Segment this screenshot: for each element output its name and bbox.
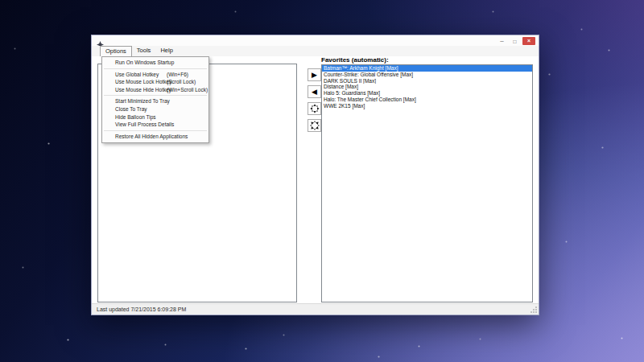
status-text: Last updated 7/21/2015 6:09:28 PM [97,306,186,312]
menu-item-label: Run On Windows Startup [115,60,174,65]
close-icon: × [527,37,530,45]
menu-separator [104,130,207,131]
menu-item-label: View Full Process Details [115,121,174,127]
favorites-item[interactable]: Halo 5: Guardians [Max] [322,90,532,97]
statusbar: Last updated 7/21/2015 6:09:28 PM [92,303,539,315]
favorites-item[interactable]: Batman™: Arkham Knight [Max] [322,65,532,72]
menu-item-use-mouse-hide-hotkey[interactable]: Use Mouse Hide Hotkey (Win+Scroll Lock) [102,86,208,94]
menu-item-shortcut: (Win+F6) [167,71,188,79]
add-to-favorites-button[interactable]: ▶ [308,68,321,81]
dotted-square-arrows-icon [310,121,320,130]
menu-item-use-global-hotkey[interactable]: Use Global Hotkey (Win+F6) [102,71,208,79]
menu-separator [104,68,207,69]
favorites-item[interactable]: Halo: The Master Chief Collection [Max] [322,97,532,103]
favorites-item[interactable]: Distance [Max] [322,84,532,90]
remove-from-favorites-button[interactable]: ◀ [308,85,321,98]
left-triangle-icon: ◀ [312,88,317,96]
menu-item-label: Restore All Hidden Applications [115,134,188,139]
desktop: – □ × Options Tools Help ▶ [0,0,644,362]
minimize-icon: – [500,39,503,43]
menu-item-use-mouse-lock-hotkey[interactable]: Use Mouse Lock Hotkey (Scroll Lock) [102,78,208,86]
content-area: ▶ ◀ [92,56,539,304]
app-window: – □ × Options Tools Help ▶ [91,35,539,315]
menu-item-start-minimized-to-tray[interactable]: Start Minimized To Tray [102,97,208,105]
menu-item-run-on-windows-startup[interactable]: Run On Windows Startup [102,59,208,67]
dotted-circle-arrows-icon [310,104,320,113]
desktop-stars [0,0,1,1]
favorites-item[interactable]: Counter-Strike: Global Offensive [Max] [322,72,532,78]
menu-item-shortcut: (Win+Scroll Lock) [167,86,208,94]
menu-item-hide-balloon-tips[interactable]: Hide Balloon Tips [102,113,208,121]
favorites-label: Favorites (automatic): [321,56,389,64]
titlebar[interactable]: – □ × [92,35,539,46]
menu-tools[interactable]: Tools [132,46,156,56]
menu-item-label: Use Global Hotkey [115,72,159,77]
maximize-button[interactable]: □ [510,38,520,45]
menu-item-label: Use Mouse Hide Hotkey [115,87,171,93]
borderless-gaming-icon [97,37,104,44]
mouse-hide-button[interactable] [308,119,321,132]
right-triangle-icon: ▶ [312,71,317,79]
menu-item-close-to-tray[interactable]: Close To Tray [102,105,208,113]
options-menu-dropdown: Run On Windows Startup Use Global Hotkey… [101,56,209,143]
menu-item-shortcut: (Scroll Lock) [167,78,196,86]
resize-grip[interactable] [530,306,538,314]
caption-buttons: – □ × [497,37,535,45]
menu-help[interactable]: Help [155,46,177,56]
menu-options[interactable]: Options [100,46,132,56]
menu-item-view-full-process-details[interactable]: View Full Process Details [102,121,208,129]
menu-item-label: Close To Tray [115,106,147,112]
minimize-button[interactable]: – [497,38,507,45]
menubar: Options Tools Help [92,46,539,56]
maximize-icon: □ [514,38,517,45]
favorites-listbox[interactable]: Batman™: Arkham Knight [Max] Counter-Str… [321,64,533,302]
menu-item-label: Hide Balloon Tips [115,114,156,120]
menu-separator [104,95,207,96]
favorites-item[interactable]: DARK SOULS II [Max] [322,78,532,84]
favorites-item[interactable]: WWE 2K15 [Max] [322,103,532,109]
transfer-buttons: ▶ ◀ [308,68,322,136]
menu-item-restore-all-hidden-applications[interactable]: Restore All Hidden Applications [102,133,208,141]
menu-item-label: Use Mouse Lock Hotkey [115,79,171,84]
mouse-lock-button[interactable] [308,102,321,115]
close-button[interactable]: × [522,37,535,45]
menu-item-label: Start Minimized To Tray [115,98,170,104]
